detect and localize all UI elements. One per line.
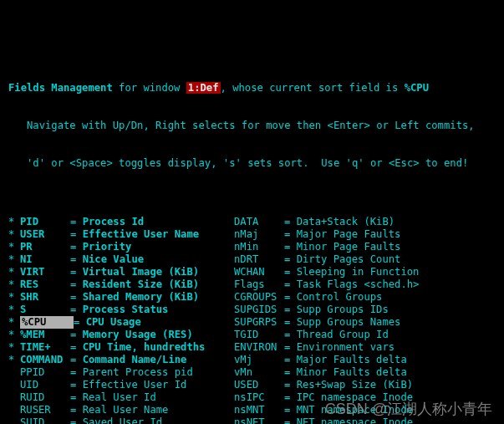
equals-sep: =: [70, 416, 83, 424]
field-desc: Res+Swap Size (KiB): [297, 379, 413, 391]
equals-sep: =: [70, 404, 83, 416]
field-row[interactable]: nDRT= Dirty Pages Count: [234, 253, 496, 266]
field-key: SUPGIDS: [234, 304, 284, 316]
field-desc: Effective User Id: [83, 379, 187, 391]
field-row[interactable]: DATA= Data+Stack (KiB): [234, 216, 496, 228]
fields-column-right[interactable]: DATA= Data+Stack (KiB)nMaj= Major Page F…: [234, 216, 496, 424]
field-key: Flags: [234, 278, 284, 291]
field-row[interactable]: *USER= Effective User Name: [8, 228, 234, 241]
field-desc: MNT namespace Inode: [297, 404, 413, 416]
field-row[interactable]: nsMNT= MNT namespace Inode: [234, 404, 496, 416]
active-star: *: [8, 291, 20, 304]
field-row[interactable]: *S= Process Status: [8, 304, 234, 316]
equals-sep: =: [284, 329, 297, 341]
active-star: [8, 379, 20, 391]
field-desc: Resident Size (KiB): [83, 278, 199, 291]
field-key: vMn: [234, 366, 284, 379]
field-row[interactable]: SUID= Saved User Id: [8, 416, 234, 424]
equals-sep: =: [284, 266, 297, 278]
field-row[interactable]: nMaj= Major Page Faults: [234, 228, 496, 241]
field-desc: Virtual Image (KiB): [83, 266, 199, 278]
field-desc: Supp Groups Names: [297, 316, 401, 329]
field-key: S: [20, 304, 70, 316]
field-desc: Task Flags <sched.h>: [297, 278, 420, 291]
active-star: *: [8, 228, 20, 241]
equals-sep: =: [70, 304, 83, 316]
field-row[interactable]: nsNET= NET namespace Inode: [234, 416, 496, 424]
equals-sep: =: [70, 216, 83, 228]
field-desc: Priority: [83, 241, 132, 253]
field-key: ENVIRON: [234, 341, 284, 354]
header-line3: 'd' or <Space> toggles display, 's' sets…: [8, 157, 496, 170]
field-key: RUID: [20, 391, 70, 404]
field-row[interactable]: UID= Effective User Id: [8, 379, 234, 391]
field-row[interactable]: SUPGRPS= Supp Groups Names: [234, 316, 496, 329]
active-star: *: [8, 216, 20, 228]
equals-sep: =: [284, 391, 297, 404]
equals-sep: =: [284, 404, 297, 416]
field-row[interactable]: nMin= Minor Page Faults: [234, 241, 496, 253]
field-row[interactable]: *PR= Priority: [8, 241, 234, 253]
field-row[interactable]: vMn= Minor Faults delta: [234, 366, 496, 379]
equals-sep: =: [284, 366, 297, 379]
field-row[interactable]: *%CPU= CPU Usage: [8, 316, 234, 329]
field-key: nsMNT: [234, 404, 284, 416]
field-row[interactable]: *NI= Nice Value: [8, 253, 234, 266]
equals-sep: =: [284, 216, 297, 228]
field-row[interactable]: vMj= Major Faults delta: [234, 354, 496, 366]
active-star: [8, 404, 20, 416]
field-desc: Real User Id: [83, 391, 156, 404]
equals-sep: =: [70, 366, 83, 379]
field-row[interactable]: WCHAN= Sleeping in Function: [234, 266, 496, 278]
equals-sep: =: [284, 241, 297, 253]
fields-column-left[interactable]: *PID= Process Id*USER= Effective User Na…: [8, 216, 234, 424]
field-row[interactable]: *%MEM= Memory Usage (RES): [8, 329, 234, 341]
field-desc: Major Page Faults: [297, 228, 401, 241]
header: Fields Management for window 1:Def, whos…: [8, 57, 496, 182]
field-row[interactable]: *VIRT= Virtual Image (KiB): [8, 266, 234, 278]
equals-sep: =: [70, 291, 83, 304]
equals-sep: =: [284, 379, 297, 391]
field-key: RES: [20, 278, 70, 291]
field-desc: Real User Name: [83, 404, 169, 416]
field-desc: Nice Value: [83, 253, 144, 266]
field-row[interactable]: Flags= Task Flags <sched.h>: [234, 278, 496, 291]
field-key: DATA: [234, 216, 284, 228]
field-key: PID: [20, 216, 70, 228]
window-label: 1:Def: [186, 82, 221, 94]
field-key: SHR: [20, 291, 70, 304]
field-row[interactable]: USED= Res+Swap Size (KiB): [234, 379, 496, 391]
active-star: *: [8, 341, 20, 354]
field-row[interactable]: *SHR= Shared Memory (KiB): [8, 291, 234, 304]
field-desc: Process Id: [83, 216, 144, 228]
field-row[interactable]: TGID= Thread Group Id: [234, 329, 496, 341]
active-star: *: [8, 241, 20, 253]
field-row[interactable]: PPID= Parent Process pid: [8, 366, 234, 379]
field-desc: Effective User Name: [83, 228, 199, 241]
field-key: USER: [20, 228, 70, 241]
field-row[interactable]: SUPGIDS= Supp Groups IDs: [234, 304, 496, 316]
field-row[interactable]: RUSER= Real User Name: [8, 404, 234, 416]
field-row[interactable]: *PID= Process Id: [8, 216, 234, 228]
field-desc: Environment vars: [297, 341, 395, 354]
field-desc: CPU Usage: [86, 316, 141, 329]
header-sort-prefix: , whose current sort field is: [221, 82, 405, 94]
active-star: *: [8, 329, 20, 341]
field-key: TGID: [234, 329, 284, 341]
equals-sep: =: [70, 241, 83, 253]
field-desc: Dirty Pages Count: [297, 253, 401, 266]
field-row[interactable]: nsIPC= IPC namespace Inode: [234, 391, 496, 404]
field-key: CGROUPS: [234, 291, 284, 304]
field-row[interactable]: *COMMAND= Command Name/Line: [8, 354, 234, 366]
field-desc: Shared Memory (KiB): [83, 291, 199, 304]
active-star: *: [8, 304, 20, 316]
field-key: SUPGRPS: [234, 316, 284, 329]
field-row[interactable]: *RES= Resident Size (KiB): [8, 278, 234, 291]
field-row[interactable]: RUID= Real User Id: [8, 391, 234, 404]
field-row[interactable]: ENVIRON= Environment vars: [234, 341, 496, 354]
equals-sep: =: [70, 341, 83, 354]
field-desc: Sleeping in Function: [297, 266, 420, 278]
field-row[interactable]: CGROUPS= Control Groups: [234, 291, 496, 304]
field-desc: NET namespace Inode: [297, 416, 413, 424]
field-row[interactable]: *TIME+= CPU Time, hundredths: [8, 341, 234, 354]
